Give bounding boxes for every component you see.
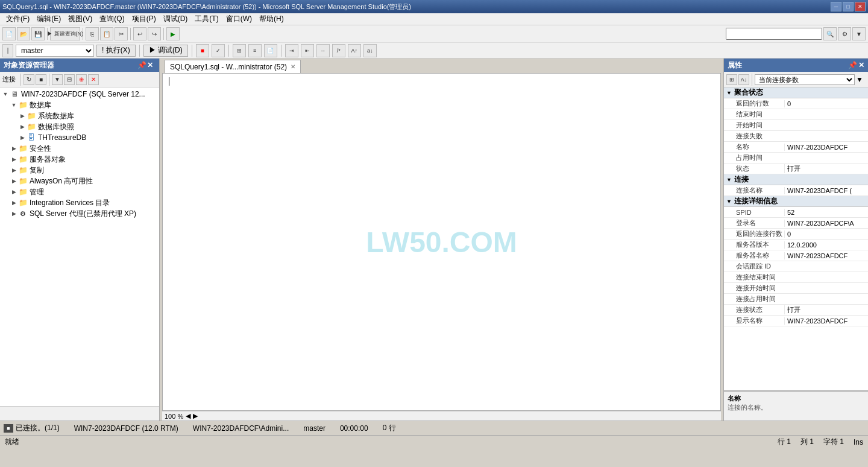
tree-item-snapshots[interactable]: ▶ 📁 数据库快照 xyxy=(0,121,159,132)
tree-item-management[interactable]: ▶ 📁 管理 xyxy=(0,186,159,197)
copy-btn[interactable]: ⎘ xyxy=(86,27,99,40)
editor-content[interactable] xyxy=(163,74,720,410)
oe-pin[interactable]: 📌 xyxy=(137,61,146,69)
mgmt-expander[interactable]: ▶ xyxy=(10,188,18,196)
db-expander[interactable]: ▼ xyxy=(10,101,18,109)
maximize-button[interactable]: □ xyxy=(843,2,854,11)
uncomment-btn[interactable]: /* xyxy=(332,44,345,57)
prop-alpha-btn[interactable]: A↓ xyxy=(738,74,749,85)
more-btn[interactable]: ▼ xyxy=(852,27,866,40)
outdent-btn[interactable]: ⇤ xyxy=(301,44,314,57)
menu-view[interactable]: 视图(V) xyxy=(64,13,96,25)
ao-expander[interactable]: ▶ xyxy=(10,177,18,185)
menu-edit[interactable]: 编辑(E) xyxy=(33,13,64,25)
connect-label[interactable]: 连接 xyxy=(2,75,16,84)
parse-btn[interactable]: ✓ xyxy=(212,44,225,57)
oe-new-btn[interactable]: ⊕ xyxy=(76,74,87,85)
editor-scrollbar-horizontal[interactable]: 100 % ◀ ▶ xyxy=(162,411,721,421)
results-file-btn[interactable]: 📄 xyxy=(264,44,277,57)
oe-close-btn[interactable]: ✕ xyxy=(147,61,156,69)
prop-row-conn-used: 连接占用时间 xyxy=(724,294,868,305)
oe-collapse-btn[interactable]: ⊟ xyxy=(64,74,75,85)
menu-debug[interactable]: 调试(D) xyxy=(160,13,192,25)
tree-item-server-objects[interactable]: ▶ 📁 服务器对象 xyxy=(0,154,159,165)
tree-item-agent[interactable]: ▶ ⚙ SQL Server 代理(已禁用代理 XP) xyxy=(0,208,159,219)
agent-expander[interactable]: ▶ xyxy=(10,209,18,218)
open-btn[interactable]: 📂 xyxy=(17,27,30,40)
prop-selector[interactable]: 当前连接参数 xyxy=(755,74,855,85)
undo-btn[interactable]: ↩ xyxy=(133,27,146,40)
tree-item-server[interactable]: ▼ 🖥 WIN7-2023DAFDCF (SQL Server 12... xyxy=(0,89,159,100)
oe-stop-btn[interactable]: ■ xyxy=(36,74,46,85)
tree-item-databases[interactable]: ▼ 📁 数据库 xyxy=(0,100,159,110)
sysdb-expander[interactable]: ▶ xyxy=(18,112,27,120)
stop-btn[interactable]: ■ xyxy=(196,44,209,57)
menu-tools[interactable]: 工具(T) xyxy=(191,13,222,25)
connect-btn[interactable]: | xyxy=(2,44,13,57)
tree-item-thtreasuredb[interactable]: ▶ 🗄 THTreasureDB xyxy=(0,132,159,143)
minimize-button[interactable]: ─ xyxy=(831,2,841,11)
results-text-btn[interactable]: ≡ xyxy=(248,44,262,57)
prop-dropdown-btn[interactable]: ▼ xyxy=(856,75,866,84)
properties-panel: 属性 📌 ✕ ⊞ A↓ 当前连接参数 ▼ ▼ 聚合状态 返回的行数 0 xyxy=(723,59,868,421)
prop-section-conn-detail[interactable]: ▼ 连接详细信息 xyxy=(724,196,868,207)
new-q-btn2[interactable]: ▶ 新建查询(N) xyxy=(50,27,80,40)
menu-file[interactable]: 文件(F) xyxy=(2,13,33,25)
close-button[interactable]: ✕ xyxy=(855,2,866,11)
search-input[interactable] xyxy=(726,28,822,40)
thdb-expander[interactable]: ▶ xyxy=(18,133,27,142)
oe-refresh-btn[interactable]: ↻ xyxy=(24,74,34,85)
tree-item-replication[interactable]: ▶ 📁 复制 xyxy=(0,165,159,176)
snap-expander[interactable]: ▶ xyxy=(18,122,27,131)
oe-delete-btn[interactable]: ✕ xyxy=(88,74,99,85)
prop-categorized-btn[interactable]: ⊞ xyxy=(726,74,737,85)
redo-btn[interactable]: ↪ xyxy=(148,27,161,40)
prop-name-start-time: 开始时间 xyxy=(724,121,784,130)
indent-btn[interactable]: ⇥ xyxy=(285,44,298,57)
is-expander[interactable]: ▶ xyxy=(10,199,18,207)
tree-item-security[interactable]: ▶ 📁 安全性 xyxy=(0,143,159,154)
prop-section-aggregate[interactable]: ▼ 聚合状态 xyxy=(724,87,868,98)
cut-btn[interactable]: ✂ xyxy=(115,27,128,40)
prop-name-login: 登录名 xyxy=(724,218,784,227)
new-query-btn[interactable]: 📄 xyxy=(2,27,16,40)
comment-btn[interactable]: -- xyxy=(316,44,330,57)
tree-item-system-db[interactable]: ▶ 📁 系统数据库 xyxy=(0,110,159,121)
settings-btn[interactable]: ⚙ xyxy=(838,27,851,40)
oe-filter-btn[interactable]: ▼ xyxy=(52,74,63,85)
so-expander[interactable]: ▶ xyxy=(10,155,18,164)
menu-help[interactable]: 帮助(H) xyxy=(256,13,288,25)
prop-pin[interactable]: 📌 xyxy=(848,61,857,69)
menu-project[interactable]: 项目(P) xyxy=(128,13,160,25)
run-btn[interactable]: ▶ xyxy=(166,27,180,40)
rep-expander[interactable]: ▶ xyxy=(10,166,18,174)
menu-window[interactable]: 窗口(W) xyxy=(222,13,256,25)
database-dropdown[interactable]: master xyxy=(16,45,94,57)
save-btn[interactable]: 💾 xyxy=(31,27,45,40)
cd-section-label: 连接详细信息 xyxy=(734,196,778,206)
uppercase-btn[interactable]: A↑ xyxy=(348,44,361,57)
sep3 xyxy=(130,28,131,40)
tree-item-integration[interactable]: ▶ 📁 Integration Services 目录 xyxy=(0,197,159,208)
menu-query[interactable]: 查询(Q) xyxy=(96,13,128,25)
query-tab-1[interactable]: SQLQuery1.sql - W...ministrator (52) ✕ xyxy=(165,60,301,73)
tab-close-btn[interactable]: ✕ xyxy=(291,63,295,70)
debug-button[interactable]: ▶ 调试(D) xyxy=(143,45,188,57)
search-btn[interactable]: 🔍 xyxy=(823,27,837,40)
sep2 xyxy=(83,28,83,40)
prop-row-server-name: 服务器名称 WIN7-2023DAFDCF xyxy=(724,250,868,261)
prop-row-login: 登录名 WIN7-2023DAFDCF\A xyxy=(724,218,868,229)
sec-expander[interactable]: ▶ xyxy=(10,144,18,153)
prop-content: ▼ 聚合状态 返回的行数 0 结束时间 开始时间 连接失败 名称 WIN7-2 xyxy=(724,87,868,390)
query-editor[interactable]: LW50.COM xyxy=(162,73,721,411)
tree-item-alwayson[interactable]: ▶ 📁 AlwaysOn 高可用性 xyxy=(0,176,159,186)
execute-button[interactable]: ! 执行(X) xyxy=(96,45,136,57)
prop-section-connection[interactable]: ▼ 连接 xyxy=(724,174,868,185)
lowercase-btn[interactable]: a↓ xyxy=(363,44,377,57)
server-expander[interactable]: ▼ xyxy=(1,90,10,98)
prop-close[interactable]: ✕ xyxy=(858,61,864,69)
prop-row-name: 名称 WIN7-2023DAFDCF xyxy=(724,142,868,153)
toolbar2: | master ! 执行(X) ▶ 调试(D) ■ ✓ ⊞ ≡ 📄 ⇥ ⇤ -… xyxy=(0,42,868,58)
results-grid-btn[interactable]: ⊞ xyxy=(233,44,246,57)
paste-btn[interactable]: 📋 xyxy=(100,27,113,40)
